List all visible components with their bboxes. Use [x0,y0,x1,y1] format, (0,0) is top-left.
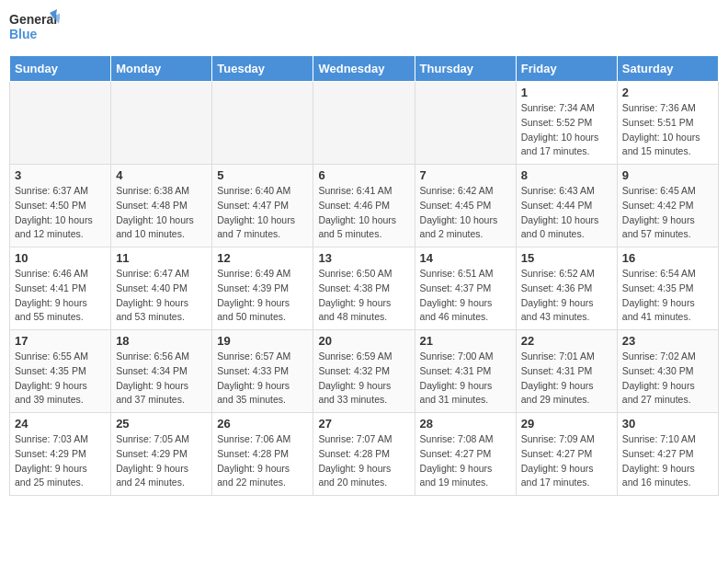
day-info: Sunrise: 7:02 AM Sunset: 4:30 PM Dayligh… [622,350,713,408]
calendar-day-cell: 22Sunrise: 7:01 AM Sunset: 4:31 PM Dayli… [516,330,617,413]
day-info: Sunrise: 6:51 AM Sunset: 4:37 PM Dayligh… [420,267,511,325]
day-number: 20 [318,334,409,348]
day-number: 18 [116,334,207,348]
svg-text:General: General [9,12,57,27]
weekday-header-cell: Monday [111,56,212,82]
day-info: Sunrise: 7:34 AM Sunset: 5:52 PM Dayligh… [521,101,612,159]
day-number: 7 [420,168,511,182]
day-number: 1 [521,86,612,99]
calendar-body: 1Sunrise: 7:34 AM Sunset: 5:52 PM Daylig… [10,82,719,496]
calendar-day-cell: 2Sunrise: 7:36 AM Sunset: 5:51 PM Daylig… [617,82,718,165]
day-info: Sunrise: 6:42 AM Sunset: 4:45 PM Dayligh… [420,184,511,242]
day-number: 8 [521,168,612,182]
calendar-day-cell: 5Sunrise: 6:40 AM Sunset: 4:47 PM Daylig… [212,165,313,247]
day-info: Sunrise: 6:41 AM Sunset: 4:46 PM Dayligh… [318,184,409,242]
day-number: 26 [217,417,308,431]
calendar-day-cell: 4Sunrise: 6:38 AM Sunset: 4:48 PM Daylig… [111,165,212,247]
day-number: 13 [318,251,409,265]
calendar-day-cell: 9Sunrise: 6:45 AM Sunset: 4:42 PM Daylig… [617,165,718,247]
calendar-day-cell: 18Sunrise: 6:56 AM Sunset: 4:34 PM Dayli… [111,330,212,413]
calendar-day-cell [415,82,516,165]
calendar-day-cell: 16Sunrise: 6:54 AM Sunset: 4:35 PM Dayli… [617,247,718,330]
calendar-day-cell: 28Sunrise: 7:08 AM Sunset: 4:27 PM Dayli… [415,413,516,496]
day-info: Sunrise: 6:50 AM Sunset: 4:38 PM Dayligh… [318,267,409,325]
calendar-day-cell [313,82,415,165]
calendar-day-cell [10,82,111,165]
day-info: Sunrise: 6:54 AM Sunset: 4:35 PM Dayligh… [622,267,713,325]
day-number: 6 [318,168,409,182]
day-info: Sunrise: 6:47 AM Sunset: 4:40 PM Dayligh… [116,267,207,325]
calendar-day-cell: 13Sunrise: 6:50 AM Sunset: 4:38 PM Dayli… [313,247,415,330]
calendar-day-cell: 11Sunrise: 6:47 AM Sunset: 4:40 PM Dayli… [111,247,212,330]
day-number: 16 [622,251,713,265]
day-info: Sunrise: 6:40 AM Sunset: 4:47 PM Dayligh… [217,184,308,242]
calendar-day-cell [212,82,313,165]
day-info: Sunrise: 7:01 AM Sunset: 4:31 PM Dayligh… [521,350,612,408]
calendar-day-cell: 24Sunrise: 7:03 AM Sunset: 4:29 PM Dayli… [10,413,111,496]
day-number: 10 [15,251,106,265]
calendar-day-cell: 21Sunrise: 7:00 AM Sunset: 4:31 PM Dayli… [415,330,516,413]
day-number: 22 [521,334,612,348]
calendar-day-cell: 30Sunrise: 7:10 AM Sunset: 4:27 PM Dayli… [617,413,718,496]
calendar-week-row: 3Sunrise: 6:37 AM Sunset: 4:50 PM Daylig… [10,165,719,247]
calendar-day-cell: 1Sunrise: 7:34 AM Sunset: 5:52 PM Daylig… [516,82,617,165]
calendar-week-row: 10Sunrise: 6:46 AM Sunset: 4:41 PM Dayli… [10,247,719,330]
weekday-header-cell: Saturday [617,56,718,82]
calendar-day-cell: 23Sunrise: 7:02 AM Sunset: 4:30 PM Dayli… [617,330,718,413]
calendar-day-cell: 20Sunrise: 6:59 AM Sunset: 4:32 PM Dayli… [313,330,415,413]
day-number: 27 [318,417,409,431]
weekday-header-cell: Tuesday [212,56,313,82]
day-info: Sunrise: 7:07 AM Sunset: 4:28 PM Dayligh… [318,432,409,490]
calendar-day-cell: 12Sunrise: 6:49 AM Sunset: 4:39 PM Dayli… [212,247,313,330]
day-info: Sunrise: 7:09 AM Sunset: 4:27 PM Dayligh… [521,432,612,490]
day-number: 21 [420,334,511,348]
day-number: 24 [15,417,106,431]
weekday-header-cell: Thursday [415,56,516,82]
calendar-day-cell: 29Sunrise: 7:09 AM Sunset: 4:27 PM Dayli… [516,413,617,496]
calendar-day-cell: 14Sunrise: 6:51 AM Sunset: 4:37 PM Dayli… [415,247,516,330]
day-info: Sunrise: 7:03 AM Sunset: 4:29 PM Dayligh… [15,432,106,490]
calendar-day-cell: 19Sunrise: 6:57 AM Sunset: 4:33 PM Dayli… [212,330,313,413]
day-number: 30 [622,417,713,431]
weekday-header-row: SundayMondayTuesdayWednesdayThursdayFrid… [10,56,719,82]
weekday-header-cell: Wednesday [313,56,415,82]
day-number: 23 [622,334,713,348]
day-info: Sunrise: 7:08 AM Sunset: 4:27 PM Dayligh… [420,432,511,490]
calendar-day-cell: 6Sunrise: 6:41 AM Sunset: 4:46 PM Daylig… [313,165,415,247]
day-number: 9 [622,168,713,182]
day-info: Sunrise: 6:59 AM Sunset: 4:32 PM Dayligh… [318,350,409,408]
day-number: 12 [217,251,308,265]
day-info: Sunrise: 7:00 AM Sunset: 4:31 PM Dayligh… [420,350,511,408]
day-info: Sunrise: 7:05 AM Sunset: 4:29 PM Dayligh… [116,432,207,490]
day-info: Sunrise: 6:52 AM Sunset: 4:36 PM Dayligh… [521,267,612,325]
day-info: Sunrise: 6:43 AM Sunset: 4:44 PM Dayligh… [521,184,612,242]
day-info: Sunrise: 7:10 AM Sunset: 4:27 PM Dayligh… [622,432,713,490]
day-info: Sunrise: 6:56 AM Sunset: 4:34 PM Dayligh… [116,350,207,408]
calendar-week-row: 17Sunrise: 6:55 AM Sunset: 4:35 PM Dayli… [10,330,719,413]
day-number: 4 [116,168,207,182]
logo: General Blue [9,9,60,48]
calendar-day-cell [111,82,212,165]
calendar-day-cell: 7Sunrise: 6:42 AM Sunset: 4:45 PM Daylig… [415,165,516,247]
day-info: Sunrise: 6:55 AM Sunset: 4:35 PM Dayligh… [15,350,106,408]
header-area: General Blue [9,9,719,48]
day-info: Sunrise: 6:57 AM Sunset: 4:33 PM Dayligh… [217,350,308,408]
calendar-day-cell: 3Sunrise: 6:37 AM Sunset: 4:50 PM Daylig… [10,165,111,247]
calendar-week-row: 1Sunrise: 7:34 AM Sunset: 5:52 PM Daylig… [10,82,719,165]
day-number: 28 [420,417,511,431]
weekday-header-cell: Sunday [10,56,111,82]
calendar-day-cell: 10Sunrise: 6:46 AM Sunset: 4:41 PM Dayli… [10,247,111,330]
day-info: Sunrise: 6:37 AM Sunset: 4:50 PM Dayligh… [15,184,106,242]
calendar-week-row: 24Sunrise: 7:03 AM Sunset: 4:29 PM Dayli… [10,413,719,496]
day-info: Sunrise: 6:45 AM Sunset: 4:42 PM Dayligh… [622,184,713,242]
day-number: 29 [521,417,612,431]
day-number: 15 [521,251,612,265]
day-number: 5 [217,168,308,182]
day-info: Sunrise: 7:36 AM Sunset: 5:51 PM Dayligh… [622,101,713,159]
calendar-day-cell: 26Sunrise: 7:06 AM Sunset: 4:28 PM Dayli… [212,413,313,496]
day-number: 3 [15,168,106,182]
weekday-header-cell: Friday [516,56,617,82]
calendar-day-cell: 15Sunrise: 6:52 AM Sunset: 4:36 PM Dayli… [516,247,617,330]
calendar-day-cell: 17Sunrise: 6:55 AM Sunset: 4:35 PM Dayli… [10,330,111,413]
day-number: 2 [622,86,713,99]
